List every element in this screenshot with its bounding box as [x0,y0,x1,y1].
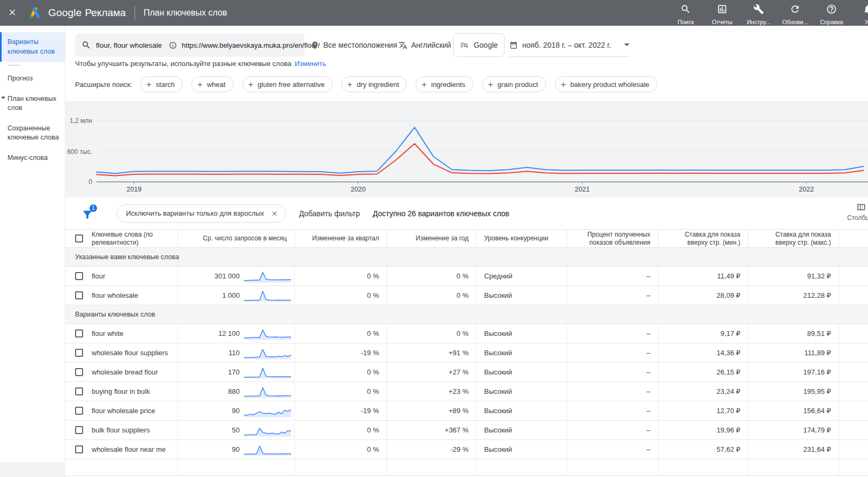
competition-cell: Высокий [477,324,567,343]
suggestion-chip-label: bakery product wholesale [570,80,649,89]
row-checkbox[interactable] [75,349,83,357]
avg-monthly-searches-value: 50 [186,426,240,434]
suggestion-chip[interactable]: +gluten free alternative [242,76,333,92]
table-row[interactable]: flour301 0000 %0 %Средний–11,49 ₽91,32 ₽ [65,267,868,286]
hint-edit-link[interactable]: Изменить [294,60,326,68]
keyword-label: wholesale flour suppliers [92,349,168,357]
network-selector[interactable]: Google [453,33,505,57]
close-icon [8,8,17,19]
suggestion-chip[interactable]: +wheat [191,76,234,92]
filter-button[interactable]: 1 [81,207,95,221]
column-header[interactable]: Уровень конкуренции [477,230,567,247]
svg-text:2020: 2020 [351,186,366,193]
avg-monthly-searches-value: 110 [186,349,240,357]
row-checkbox[interactable] [75,329,83,337]
date-range-selector[interactable]: нояб. 2018 г. – окт. 2022 г. [509,33,629,57]
sidebar-item-negative-keywords[interactable]: Минус-слова [0,148,65,168]
avg-monthly-searches-cell: 12 100 [178,324,295,343]
competition-cell: Высокий [477,343,567,362]
yoy-change-cell: +89 % [387,401,477,420]
active-filter-chip[interactable]: Исключить варианты только для взрослых [117,204,286,223]
sidebar-item-forecast[interactable]: Прогноз [0,69,65,89]
suggestion-chip[interactable]: +starch [140,76,183,92]
column-header[interactable]: Ставка для показа вверху стр. (мин.) [658,230,748,247]
keyword-cell: wholesale bread flour [65,363,178,381]
column-header[interactable]: Изменение за год [387,230,477,247]
trend-sparkline-chart [244,365,291,379]
language-value: Английский [411,41,451,49]
suggestion-chip[interactable]: +ingredients [416,76,473,92]
sidebar-item-keyword-plan[interactable]: План ключевых слов [0,89,65,119]
column-header[interactable]: Ставка для показа вверху стр. (макс.) [748,230,839,247]
keywords-url-input[interactable]: flour, flour wholesale https://www.belya… [75,33,305,57]
remove-filter-icon[interactable] [271,210,278,217]
row-checkbox[interactable] [75,445,83,453]
table-row[interactable]: flour wholesale1 0000 %0 %Высокий–28,09 … [65,286,868,305]
row-filler-cell [839,324,868,343]
column-header[interactable]: Процент полученных показов объявления [567,230,658,247]
row-checkbox[interactable] [75,426,83,434]
impression-share-cell: – [567,286,658,305]
column-header[interactable]: Ключевые слова (по релевантности) [65,230,178,247]
table-row[interactable]: wholesale bread flour1700 %+27 %Высокий–… [65,363,868,382]
column-header[interactable]: Ср. число запросов в месяц [178,230,295,247]
suggestion-chip-label: wheat [207,80,226,89]
avg-monthly-searches-value: 1 000 [186,291,240,299]
impression-share-cell: – [567,363,658,381]
top-bid-high-cell: 156,64 ₽ [748,401,839,420]
row-checkbox[interactable] [75,387,83,395]
language-selector[interactable]: Английский [398,33,451,57]
column-header-label: Ср. число запросов в месяц [203,234,287,243]
close-button[interactable] [0,0,25,26]
qoq-change-cell: 0 % [295,382,387,401]
suggestion-chip[interactable]: +dry ingredient [342,76,407,92]
columns-button[interactable]: Столбцы [847,202,868,222]
location-selector[interactable]: Все местоположения [310,33,397,57]
row-checkbox[interactable] [75,368,83,376]
suggestion-chip[interactable]: +bakery product wholesale [555,76,657,92]
location-pin-icon [310,41,320,50]
sidebar-item-label: Прогноз [8,75,33,82]
row-checkbox[interactable] [75,291,83,299]
top-bid-low-cell: 19,96 ₽ [658,421,748,439]
table-row[interactable]: wholesale flour near me900 %-29 %Высокий… [65,440,868,459]
expand-caret-icon[interactable] [1,97,5,99]
row-checkbox[interactable] [75,272,83,280]
topnav-reports[interactable]: Отчеты [708,4,736,34]
select-all-checkbox[interactable] [75,234,83,243]
topbar: Google Реклама План ключевых слов ПоискО… [0,0,868,26]
empty-cell [295,459,387,475]
sidebar-item-keyword-ideas[interactable]: Варианты ключевых слов [0,32,65,62]
sidebar-item-saved-keywords[interactable]: Сохраненные ключевые слова [0,119,65,148]
row-checkbox[interactable] [75,407,83,415]
topnav-tools-settings[interactable]: Инстру... и настр... [745,4,773,34]
topnav-refresh[interactable]: Обнови... [781,4,809,34]
topnav-notifications[interactable]: Ув [854,4,868,34]
table-row[interactable]: flour wholesale price90-19 %+89 %Высокий… [65,401,868,421]
columns-label: Столбцы [847,214,868,222]
topnav-search[interactable]: Поиск [672,4,700,34]
avg-monthly-searches-value: 90 [186,407,240,415]
table-row[interactable]: buying flour in bulk8800 %+23 %Высокий–2… [65,382,868,401]
table-row[interactable]: flour white12 1000 %0 %Высокий–9,17 ₽89,… [65,324,868,343]
keyword-label: buying flour in bulk [92,387,150,395]
row-filler-cell [839,440,868,459]
topbar-divider [135,6,135,20]
top-bid-high-cell: 174,79 ₽ [748,421,839,439]
column-header-label: Ставка для показа вверху стр. (мин.) [666,231,740,247]
suggestion-chip[interactable]: +grain product [482,76,546,92]
keyword-cell: buying flour in bulk [65,382,178,401]
broaden-search-label: Расширьте поиск: [75,80,132,89]
column-header[interactable]: Изменение за квартал [295,230,387,247]
topnav-label: Инстру... и настр... [746,19,771,34]
topnav-help[interactable]: Справка [818,4,845,34]
table-row[interactable]: wholesale flour suppliers110-19 %+91 %Вы… [65,343,868,363]
keyword-label: bulk flour suppliers [92,426,150,434]
trend-sparkline-chart [244,423,291,437]
table-row[interactable]: bulk flour suppliers500 %+367 %Высокий–1… [65,421,868,440]
empty-cell [65,459,178,475]
top-bid-low-cell: 9,17 ₽ [658,324,748,343]
add-filter-button[interactable]: Добавить фильтр [299,209,360,218]
top-bid-low-cell: 12,70 ₽ [658,401,748,420]
table-row-partial [65,459,868,476]
